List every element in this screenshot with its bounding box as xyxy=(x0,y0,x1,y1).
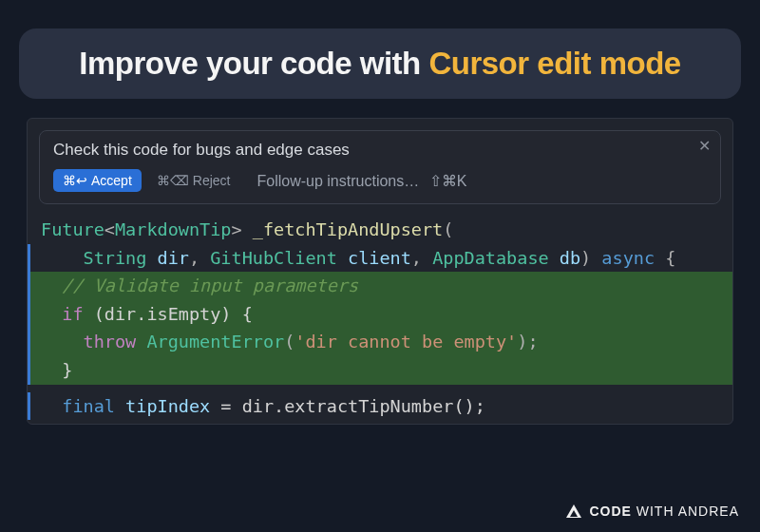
inline-prompt-box: ✕ Check this code for bugs and edge case… xyxy=(39,130,721,204)
accept-label: Accept xyxy=(91,173,132,188)
editor-panel: ✕ Check this code for bugs and edge case… xyxy=(27,118,733,425)
watermark: CODE WITH ANDREA xyxy=(566,504,739,519)
gutter-bar xyxy=(28,328,30,356)
title-prefix: Improve your code with xyxy=(79,46,428,81)
close-icon[interactable]: ✕ xyxy=(698,139,711,154)
gutter-bar xyxy=(28,356,30,385)
blank-line xyxy=(28,385,732,392)
logo-icon xyxy=(566,504,581,518)
title-accent: Cursor edit mode xyxy=(428,46,680,81)
followup-shortcut: ⇧⌘K xyxy=(429,173,467,189)
accept-button[interactable]: ⌘↩ Accept xyxy=(53,169,142,192)
gutter-bar xyxy=(28,244,30,273)
reject-button[interactable]: ⌘⌫ Reject xyxy=(157,173,231,188)
code-line-added: throw ArgumentError('dir cannot be empty… xyxy=(28,328,732,356)
prompt-actions: ⌘↩ Accept ⌘⌫ Reject Follow-up instructio… xyxy=(53,169,707,192)
code-line: Future<MarkdownTip> _fetchTipAndUpsert( xyxy=(28,216,732,244)
watermark-text: CODE WITH ANDREA xyxy=(589,504,739,519)
accept-shortcut: ⌘↩ xyxy=(63,173,87,188)
code-area: Future<MarkdownTip> _fetchTipAndUpsert( … xyxy=(28,212,732,424)
prompt-text: Check this code for bugs and edge cases xyxy=(53,141,707,160)
gutter-bar xyxy=(28,272,30,300)
gutter-bar xyxy=(28,300,30,329)
code-line: final tipIndex = dir.extractTipNumber(); xyxy=(28,392,732,421)
followup-placeholder: Follow-up instructions… xyxy=(257,173,420,189)
page-title: Improve your code with Cursor edit mode xyxy=(46,46,714,82)
code-line-added: } xyxy=(28,356,732,385)
gutter-bar xyxy=(28,392,30,421)
code-line-added: // Validate input parameters xyxy=(28,272,732,300)
code-line: String dir, GitHubClient client, AppData… xyxy=(28,244,732,273)
code-line-added: if (dir.isEmpty) { xyxy=(28,300,732,329)
reject-label: Reject xyxy=(193,173,231,188)
reject-shortcut: ⌘⌫ xyxy=(157,173,189,188)
title-bar: Improve your code with Cursor edit mode xyxy=(19,28,741,99)
followup-input[interactable]: Follow-up instructions… ⇧⌘K xyxy=(246,172,708,190)
